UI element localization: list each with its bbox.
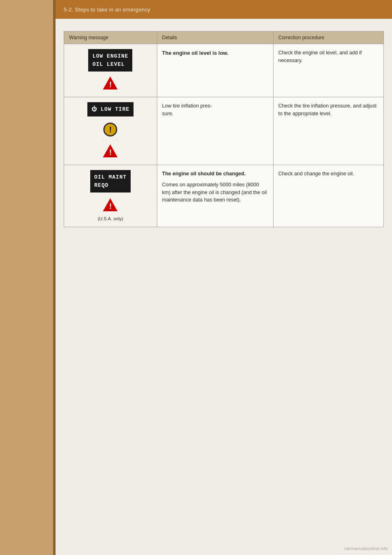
- warning-display-1: LOW ENGINEOIL LEVEL: [88, 49, 132, 72]
- warning-icon-wrapper-3: !: [69, 198, 152, 214]
- detail-paragraph-1: The engine oil should be changed.: [162, 170, 268, 178]
- triangle-icon-2: !: [103, 144, 118, 157]
- exclaim-3: !: [103, 203, 118, 210]
- correction-cell-3: Check and change the engine oil.: [273, 165, 384, 227]
- exclaim-1: !: [103, 81, 118, 88]
- correction-cell-2: Check the tire inflation pressure, and a…: [273, 97, 384, 165]
- left-sidebar: [0, 0, 53, 555]
- correction-cell-1: Check the engine oil level, and add if n…: [273, 44, 384, 97]
- warning-table: Warning message Details Correction proce…: [64, 31, 384, 227]
- col-header-correction: Correction procedure: [273, 31, 384, 44]
- warning-cell-1: LOW ENGINEOIL LEVEL !: [64, 44, 157, 97]
- triangle-icon-3: !: [103, 198, 118, 211]
- table-header-row: Warning message Details Correction proce…: [64, 31, 384, 44]
- page-section-title: 5-2. Steps to take in an emergency: [64, 7, 150, 13]
- col-header-details: Details: [157, 31, 273, 44]
- table-container: Warning message Details Correction proce…: [64, 31, 384, 227]
- col-header-warning: Warning message: [64, 31, 157, 44]
- details-cell-3: The engine oil should be changed. Comes …: [157, 165, 273, 227]
- header-bar: 5-2. Steps to take in an emergency: [56, 0, 392, 19]
- warning-icon-wrapper-2b: !: [69, 144, 152, 160]
- warning-icon-wrapper-1: !: [69, 76, 152, 92]
- usa-only-label: (U.S.A. only): [69, 215, 152, 222]
- table-row: ⏻ LOW TIRE ! · · · · · !: [64, 97, 384, 165]
- warning-cell-3: OIL MAINTREQD ! (U.S.A. only): [64, 165, 157, 227]
- warning-cell-2: ⏻ LOW TIRE ! · · · · · !: [64, 97, 157, 165]
- detail-text-1: The engine oil level is low.: [162, 50, 229, 56]
- warning-display-3: OIL MAINTREQD: [90, 170, 131, 192]
- main-content: 5-2. Steps to take in an emergency Warni…: [56, 0, 392, 555]
- warning-icon-wrapper-2: ! · · · · ·: [69, 121, 152, 143]
- watermark: carmanualsonline.info: [344, 546, 388, 551]
- exclaim-2: !: [103, 149, 118, 156]
- circle-dots: · · · · ·: [69, 138, 152, 143]
- correction-text-3: Check and change the engine oil.: [278, 171, 354, 177]
- details-cell-1: The engine oil level is low.: [157, 44, 273, 97]
- warning-display-2: ⏻ LOW TIRE: [87, 102, 134, 117]
- detail-text-2: Low tire inflation pres-sure.: [162, 103, 212, 116]
- circle-icon-wrapper: ! · · · · ·: [69, 121, 152, 143]
- circle-exclaim-icon: !: [103, 123, 117, 137]
- details-cell-2: Low tire inflation pres-sure.: [157, 97, 273, 165]
- detail-paragraph-2: Comes on approximately 5000 miles (8000 …: [162, 181, 268, 204]
- table-row: OIL MAINTREQD ! (U.S.A. only) The engine…: [64, 165, 384, 227]
- triangle-icon-1: !: [103, 76, 118, 90]
- table-row: LOW ENGINEOIL LEVEL ! The engine oil lev…: [64, 44, 384, 97]
